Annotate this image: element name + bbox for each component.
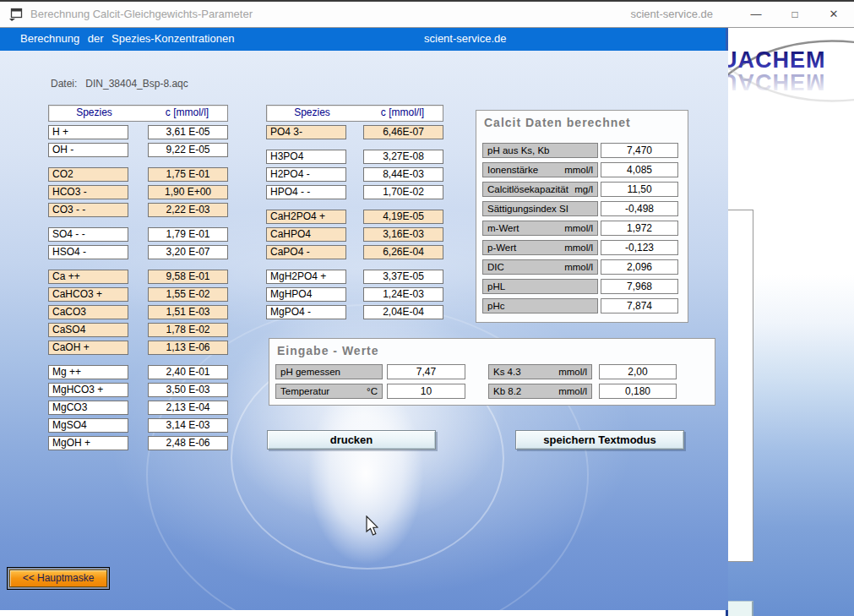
concentration-column-header: c [mmol/l] bbox=[362, 106, 443, 121]
result-label: DICmmol/l bbox=[482, 259, 598, 275]
species-label: MgOH + bbox=[48, 436, 128, 450]
species-value: 6,26E-04 bbox=[363, 245, 443, 259]
main-mask-button-frame: << Hauptmaske bbox=[7, 567, 110, 590]
window-title-right: scient-service.de bbox=[630, 2, 713, 27]
input-label-unit: mmol/l bbox=[558, 384, 587, 398]
input-label-unit: °C bbox=[367, 384, 378, 398]
file-name-label: Datei:DIN_38404_Bsp-8.aqc bbox=[51, 78, 197, 90]
input-label: Kb 8.2mmol/l bbox=[488, 384, 592, 399]
result-label-text: pHL bbox=[487, 280, 505, 293]
result-value: 11,50 bbox=[601, 182, 678, 197]
input-label-text: Ks 4.3 bbox=[493, 365, 521, 379]
form-header-title: Berechnung der Spezies-Konzentrationen bbox=[20, 28, 234, 51]
species-value: 1,13 E-06 bbox=[148, 341, 228, 355]
species-label: H2PO4 - bbox=[266, 167, 346, 182]
concentration-column-header: c [mmol/l] bbox=[147, 106, 227, 121]
calcit-panel-title: Calcit Daten berechnet bbox=[484, 116, 631, 129]
species-label: CaPO4 - bbox=[266, 245, 346, 259]
species-label: Mg ++ bbox=[48, 365, 128, 379]
species-label: CaSO4 bbox=[48, 323, 128, 337]
species-label: CaHPO4 bbox=[266, 227, 346, 242]
species-table-header: Spezies c [mmol/l] bbox=[266, 105, 443, 122]
form-header-domain: scient-service.de bbox=[424, 28, 507, 51]
window-title: Berechnung Calcit-Gleichgewichts-Paramet… bbox=[30, 2, 253, 27]
input-value[interactable]: 2,00 bbox=[599, 364, 677, 379]
input-value[interactable]: 0,180 bbox=[599, 384, 677, 399]
result-label-text: Ionenstärke bbox=[487, 163, 538, 177]
species-value: 2,22 E-03 bbox=[148, 203, 228, 217]
species-label: HSO4 - bbox=[48, 245, 128, 259]
input-value[interactable]: 10 bbox=[387, 384, 465, 399]
species-label: PO4 3- bbox=[266, 125, 346, 139]
species-value: 1,90 E+00 bbox=[148, 185, 228, 199]
aquachem-logo: UACHEM UACHEM bbox=[728, 34, 854, 108]
result-label: Ionenstärkemmol/l bbox=[482, 162, 598, 177]
close-button[interactable]: ✕ bbox=[814, 2, 853, 27]
logo-text-reflection: UACHEM bbox=[728, 69, 826, 95]
species-value: 3,37E-05 bbox=[363, 270, 443, 284]
logo-text: UACHEM bbox=[728, 47, 826, 73]
app-window: Berechnung Calcit-Gleichgewichts-Paramet… bbox=[0, 0, 854, 616]
result-label-unit: mmol/l bbox=[564, 163, 593, 177]
save-textmode-button[interactable]: speichern Textmodus bbox=[515, 430, 684, 450]
species-value: 2,04E-04 bbox=[363, 305, 443, 319]
main-mask-button[interactable]: << Hauptmaske bbox=[9, 570, 107, 587]
species-value: 1,79 E-01 bbox=[148, 227, 228, 242]
species-label: CaH2PO4 + bbox=[266, 210, 346, 224]
input-label-unit: mmol/l bbox=[558, 365, 587, 379]
species-value: 4,19E-05 bbox=[363, 210, 443, 224]
result-value: -0,123 bbox=[601, 240, 678, 255]
species-value: 6,46E-07 bbox=[363, 125, 443, 139]
result-label-unit: mg/l bbox=[574, 183, 593, 196]
species-column-header: Spezies bbox=[54, 106, 134, 121]
species-label: H3PO4 bbox=[266, 150, 346, 164]
species-table-header: Spezies c [mmol/l] bbox=[48, 105, 228, 122]
species-label: CaHCO3 + bbox=[48, 287, 128, 302]
species-label: MgSO4 bbox=[48, 418, 128, 433]
species-label: H + bbox=[48, 125, 128, 139]
species-value: 9,58 E-01 bbox=[148, 270, 228, 284]
species-value: 2,13 E-04 bbox=[148, 401, 228, 415]
species-value: 3,61 E-05 bbox=[148, 125, 228, 139]
print-button[interactable]: drucken bbox=[267, 430, 436, 450]
form-icon bbox=[8, 7, 24, 22]
input-label-text: Temperatur bbox=[280, 384, 329, 398]
species-label: SO4 - - bbox=[48, 227, 128, 242]
species-value: 1,75 E-01 bbox=[148, 167, 228, 182]
result-label: Calcitlösekapazitätmg/l bbox=[482, 182, 598, 197]
background-window-panel bbox=[728, 210, 753, 562]
result-label-text: pH aus Ks, Kb bbox=[487, 144, 550, 157]
input-label: pH gemessen bbox=[275, 364, 383, 379]
title-bar: Berechnung Calcit-Gleichgewichts-Paramet… bbox=[0, 2, 854, 28]
result-label: Sättigungsindex SI bbox=[482, 201, 598, 216]
file-name: DIN_38404_Bsp-8.aqc bbox=[85, 78, 188, 90]
species-value: 3,14 E-03 bbox=[148, 418, 228, 433]
result-value: 2,096 bbox=[601, 259, 678, 275]
result-label-text: m-Wert bbox=[487, 221, 519, 235]
result-label-text: p-Wert bbox=[487, 241, 516, 254]
result-label: m-Wertmmol/l bbox=[482, 221, 598, 236]
species-value: 1,24E-03 bbox=[363, 287, 443, 302]
species-label: MgPO4 - bbox=[266, 305, 346, 319]
result-value: 7,470 bbox=[601, 143, 678, 158]
species-label: MgH2PO4 + bbox=[266, 270, 346, 284]
species-label: HPO4 - - bbox=[266, 185, 346, 199]
maximize-button[interactable]: □ bbox=[775, 2, 814, 27]
result-value: 7,874 bbox=[601, 298, 678, 313]
input-label: Temperatur°C bbox=[275, 384, 383, 399]
input-label: Ks 4.3mmol/l bbox=[488, 364, 592, 379]
input-value[interactable]: 7,47 bbox=[387, 364, 465, 379]
species-label: MgHPO4 bbox=[266, 287, 346, 302]
result-value: -0,498 bbox=[601, 201, 678, 216]
species-label: MgCO3 bbox=[48, 401, 128, 415]
background-window-strip: UACHEM UACHEM bbox=[728, 28, 854, 616]
mouse-cursor-icon bbox=[363, 515, 378, 537]
result-label: p-Wertmmol/l bbox=[482, 240, 598, 255]
species-label: MgHCO3 + bbox=[48, 383, 128, 397]
species-value: 9,22 E-05 bbox=[148, 143, 228, 157]
species-value: 2,48 E-06 bbox=[148, 436, 228, 450]
species-value: 3,16E-03 bbox=[363, 227, 443, 242]
species-column-header: Spezies bbox=[272, 106, 352, 121]
minimize-button[interactable]: — bbox=[737, 2, 775, 27]
result-label: pH aus Ks, Kb bbox=[482, 143, 598, 158]
